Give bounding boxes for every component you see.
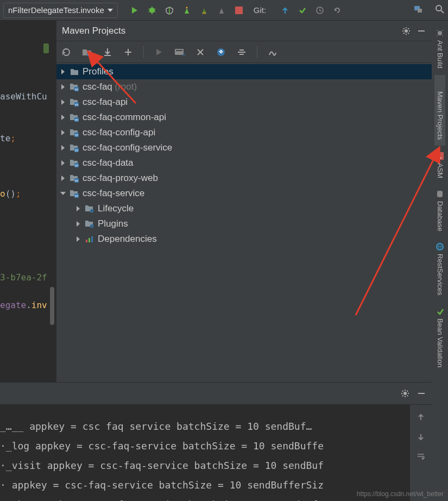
tree-row[interactable]: mcsc-faq-data <box>56 155 432 171</box>
node-label: csc-faq-config-api <box>83 127 155 138</box>
download-sources-icon[interactable] <box>102 47 113 58</box>
console-output[interactable]: _…__ appkey = csc faq service batchSize … <box>0 405 410 501</box>
node-label: Profiles <box>83 66 113 77</box>
svg-text:m: m <box>436 87 440 88</box>
svg-point-34 <box>91 226 92 227</box>
svg-text:m: m <box>75 103 78 107</box>
svg-rect-9 <box>418 30 425 32</box>
main-toolbar: nFilterDelegateTest.invoke JR Git: <box>0 0 448 21</box>
tree-row[interactable]: Profiles <box>56 64 432 79</box>
toggle-skip-tests-icon[interactable] <box>216 47 226 58</box>
svg-point-7 <box>436 5 441 11</box>
debug-icon[interactable] <box>147 5 157 15</box>
commit-icon[interactable] <box>298 5 307 15</box>
tree-row[interactable]: mcsc-faq (root) <box>56 79 432 95</box>
profile-icon[interactable] <box>182 5 192 15</box>
expand-arrow-icon[interactable] <box>60 99 66 105</box>
expand-arrow-icon[interactable] <box>60 129 66 136</box>
coverage-icon[interactable] <box>165 5 174 15</box>
project-structure-icon[interactable] <box>413 4 423 16</box>
revert-icon[interactable] <box>332 5 342 15</box>
expand-arrow-icon[interactable] <box>60 145 66 151</box>
panel-settings-icon[interactable] <box>401 26 411 36</box>
expand-arrow-icon[interactable] <box>75 205 81 212</box>
expand-arrow-icon[interactable] <box>75 236 81 242</box>
svg-text:m: m <box>182 52 185 57</box>
expand-arrow-icon[interactable] <box>60 68 66 75</box>
stripe-ant[interactable]: Ant Build <box>434 24 445 74</box>
stripe-label: Ant Build <box>436 40 444 68</box>
svg-text:m: m <box>75 133 78 137</box>
run-maven-icon[interactable] <box>154 47 165 58</box>
svg-rect-36 <box>89 238 90 242</box>
expand-arrow-icon[interactable] <box>60 114 66 121</box>
toggle-offline-icon[interactable] <box>195 47 206 58</box>
update-project-icon[interactable] <box>280 5 290 15</box>
generate-sources-icon[interactable] <box>81 47 92 58</box>
stop-icon[interactable] <box>234 5 244 15</box>
tree-row[interactable]: mcsc-faq-config-api <box>56 125 432 140</box>
run-config-selector[interactable]: nFilterDelegateTest.invoke <box>3 3 118 18</box>
svg-text:m: m <box>75 194 78 198</box>
expand-arrow-icon[interactable] <box>60 175 66 181</box>
reimport-icon[interactable] <box>61 47 72 58</box>
stripe-asm[interactable]: AASM <box>434 147 445 184</box>
tree-row[interactable]: Dependencies <box>56 231 432 247</box>
database-icon <box>436 190 444 199</box>
scroll-up-icon[interactable] <box>416 412 426 422</box>
tree-row[interactable]: mcsc-faq-proxy-web <box>56 171 432 186</box>
svg-point-38 <box>438 31 442 35</box>
expand-arrow-icon[interactable] <box>75 221 81 227</box>
toolbar-separator <box>143 46 144 58</box>
svg-point-0 <box>149 8 155 13</box>
svg-rect-3 <box>235 7 243 14</box>
node-icon: m <box>70 82 79 92</box>
soft-wrap-icon[interactable] <box>416 452 426 461</box>
stripe-database[interactable]: Database <box>434 185 445 237</box>
collapse-arrow-icon[interactable] <box>60 190 66 197</box>
tree-row[interactable]: mcsc-faq-common-api <box>56 110 432 125</box>
node-label: Dependencies <box>98 234 157 245</box>
maven-tree[interactable]: Profilesmcsc-faq (root)mcsc-faq-apimcsc-… <box>56 63 432 382</box>
console-settings-icon[interactable] <box>400 389 410 398</box>
stripe-maven[interactable]: mMaven Projects <box>434 75 445 146</box>
stripe-label: Bean Validation <box>436 318 444 367</box>
node-icon: m <box>70 143 79 153</box>
stripe-rest[interactable]: RestServices <box>434 237 445 301</box>
history-icon[interactable] <box>315 5 325 15</box>
maven-settings-icon[interactable] <box>267 47 278 58</box>
tree-row[interactable]: Plugins <box>56 216 432 231</box>
attach-icon[interactable] <box>217 5 226 15</box>
expand-arrow-icon[interactable] <box>60 160 66 166</box>
tree-row[interactable]: mcsc-faq-service <box>56 186 432 201</box>
tree-row[interactable]: Lifecycle <box>56 201 432 216</box>
ant-icon <box>436 29 444 38</box>
node-label: csc-faq-data <box>83 158 134 168</box>
run-actions: JR <box>130 5 244 15</box>
svg-text:JR: JR <box>202 11 206 15</box>
console-hide-icon[interactable] <box>417 389 426 398</box>
editor-scrollbar-thumb[interactable] <box>50 287 54 325</box>
expand-arrow-icon[interactable] <box>60 84 66 90</box>
svg-point-44 <box>403 392 407 395</box>
scroll-down-icon[interactable] <box>416 432 426 442</box>
tree-row[interactable]: mcsc-faq-config-service <box>56 140 432 155</box>
execute-goal-icon[interactable]: m <box>174 47 185 58</box>
stripe-bean[interactable]: Bean Validation <box>434 302 445 373</box>
node-icon: m <box>70 158 79 168</box>
add-project-icon[interactable] <box>123 47 134 58</box>
search-icon[interactable] <box>435 4 445 16</box>
svg-point-8 <box>405 29 408 33</box>
run-config-label: nFilterDelegateTest.invoke <box>8 5 104 15</box>
panel-hide-icon[interactable] <box>417 26 426 36</box>
show-dependencies-icon[interactable] <box>236 47 247 58</box>
node-icon <box>85 234 94 244</box>
run-icon[interactable] <box>130 5 140 15</box>
profile-jr-icon[interactable]: JR <box>199 5 209 15</box>
right-tool-stripe: Ant BuildmMaven ProjectsAASMDatabaseRest… <box>432 21 448 501</box>
stripe-label: Maven Projects <box>436 91 444 140</box>
svg-rect-45 <box>418 393 425 394</box>
node-icon <box>85 219 94 229</box>
tree-row[interactable]: mcsc-faq-api <box>56 95 432 110</box>
stripe-label: Database <box>436 201 444 231</box>
